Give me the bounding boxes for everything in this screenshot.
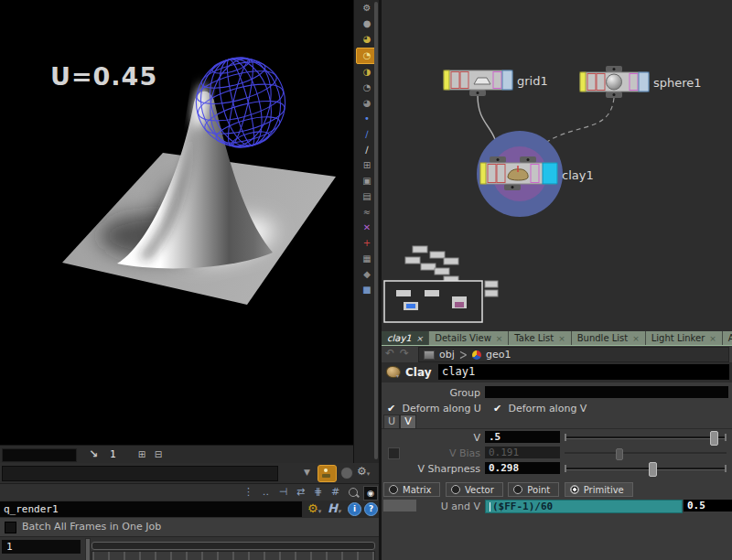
geometry-node-icon xyxy=(472,350,481,360)
frame-slider[interactable] xyxy=(92,542,375,550)
settings-button[interactable]: ⚙▾ xyxy=(357,465,374,480)
group-field[interactable] xyxy=(485,386,728,398)
breadcrumb-root[interactable]: obj xyxy=(439,349,455,361)
tab-close-icon[interactable]: × xyxy=(558,334,565,343)
splitter-handle[interactable] xyxy=(85,538,91,560)
frame-ticks[interactable] xyxy=(92,551,375,560)
tab-close-icon[interactable]: × xyxy=(709,334,716,343)
pane-tab-bundle-list[interactable]: Bundle List× xyxy=(572,331,645,345)
v-slider[interactable] xyxy=(565,431,727,444)
start-frame-field[interactable]: 1 xyxy=(2,540,81,554)
v-bias-field[interactable]: 0.191 xyxy=(485,447,560,458)
sync-icon[interactable]: ⇄ xyxy=(292,484,309,501)
parameter-pane: Group ✔ Deform along U ✔ Deform along V … xyxy=(382,382,732,560)
tab-v[interactable]: V xyxy=(400,415,416,428)
nav-back-icon[interactable]: ↶ xyxy=(385,347,400,360)
radio-point[interactable]: Point xyxy=(508,482,559,497)
statusbar-icons: ⊞⊟ xyxy=(134,448,167,460)
v-sharpness-slider[interactable] xyxy=(565,462,727,475)
tab-close-icon[interactable]: × xyxy=(496,334,503,343)
deform-u-label: Deform along U xyxy=(403,403,481,415)
group-select-icon[interactable]: ⊞ xyxy=(134,449,150,459)
pane-tab-light-linker[interactable]: Light Linker× xyxy=(646,331,722,345)
u-and-v-expression-field[interactable]: ($FF-1)/60 xyxy=(485,500,683,513)
globe-button[interactable] xyxy=(338,465,355,480)
v-row: V .5 xyxy=(382,430,732,445)
breadcrumb-separator: > xyxy=(459,346,468,364)
toolbar-scrollbar[interactable] xyxy=(374,2,378,459)
v-sharpness-slider-handle[interactable] xyxy=(649,462,657,477)
houdini-menu-icon[interactable]: H▾ xyxy=(328,501,340,515)
minimap-view-rect[interactable] xyxy=(384,281,482,322)
prompt-dropdown-icon[interactable]: ▼ xyxy=(304,468,310,477)
breadcrumb[interactable]: obj > geo1 xyxy=(418,347,729,362)
link-dots-icon[interactable]: ‥ xyxy=(257,484,274,501)
u-and-v-row: U and V ($FF-1)/60 0.5 xyxy=(382,499,732,513)
clay-node-icon[interactable] xyxy=(386,366,401,378)
node-clay1[interactable]: clay1 xyxy=(477,131,594,217)
info-icon[interactable]: i xyxy=(348,502,361,516)
node-type-label: Clay xyxy=(405,366,431,379)
search-icon[interactable] xyxy=(349,488,358,497)
deform-v-checkbox[interactable]: ✔ xyxy=(493,403,505,415)
v-field[interactable]: .5 xyxy=(485,431,560,443)
display-flag[interactable] xyxy=(543,163,557,184)
selection-field[interactable] xyxy=(2,448,77,462)
pane-tab-asset-bro[interactable]: Asset Bro× xyxy=(723,331,732,345)
radio-matrix[interactable]: Matrix xyxy=(383,482,440,497)
prompt-field[interactable] xyxy=(2,466,278,481)
obj-context-icon xyxy=(424,350,435,360)
node-grid1[interactable]: grid1 xyxy=(444,70,548,96)
v-bias-slider-handle[interactable] xyxy=(616,448,623,460)
radio-primitive[interactable]: Primitive xyxy=(565,482,633,497)
u-and-v-value-field[interactable]: 0.5 xyxy=(684,500,732,512)
nav-forward-icon[interactable]: ↷ xyxy=(400,347,414,360)
character-tool-button[interactable] xyxy=(318,465,337,482)
v-slider-handle[interactable] xyxy=(710,431,718,446)
batch-checkbox[interactable] xyxy=(5,522,16,533)
deform-toggles-row: ✔ Deform along U ✔ Deform along V xyxy=(382,401,732,415)
deform-v-label: Deform along V xyxy=(509,403,587,415)
render-settings-gear-icon[interactable]: ⚙▾ xyxy=(307,501,321,515)
pane-tab-bar: clay1×Details View×Take List×Bundle List… xyxy=(382,331,732,346)
breadcrumb-node[interactable]: geo1 xyxy=(486,349,511,361)
globe-icon xyxy=(340,467,353,479)
v-label: V xyxy=(382,432,480,444)
tab-close-icon[interactable]: × xyxy=(416,334,424,343)
network-editor[interactable]: grid1 sphere1 xyxy=(382,0,732,331)
help-icon[interactable]: ? xyxy=(364,502,378,516)
select-settings-icon[interactable]: ⊟ xyxy=(150,449,167,459)
deform-u-checkbox[interactable]: ✔ xyxy=(387,403,399,415)
render-node-name-field[interactable]: q_render1 xyxy=(0,501,302,517)
grid-icon[interactable]: # xyxy=(327,484,344,501)
link-vertical-icon[interactable]: ⋮ xyxy=(240,484,257,501)
tab-u[interactable]: U xyxy=(383,415,400,428)
pane-tab-details-view[interactable]: Details View× xyxy=(429,331,508,345)
tab-close-icon[interactable]: × xyxy=(632,334,640,343)
v-sharpness-field[interactable]: 0.298 xyxy=(485,462,560,474)
node-label-grid1: grid1 xyxy=(517,74,548,88)
uv-tab-row: U V xyxy=(382,415,732,429)
pane-tab-label: Light Linker xyxy=(651,333,705,343)
render-node-bar: q_render1 ⚙▾ H▾ i ? xyxy=(0,501,380,518)
3d-viewport[interactable]: U=0.45 xyxy=(0,0,353,445)
network-minimap[interactable] xyxy=(384,246,498,322)
parameter-header: Clay clay1 xyxy=(382,362,732,383)
radio-vector[interactable]: Vector xyxy=(446,482,503,497)
pin-icon[interactable]: ⊣ xyxy=(274,484,292,501)
v-sharpness-row: V Sharpness 0.298 xyxy=(382,461,732,476)
v-bias-slider[interactable] xyxy=(565,447,727,459)
selection-count[interactable]: 1 xyxy=(110,448,116,460)
view-snapshot-icon[interactable]: ◉ xyxy=(363,486,378,501)
node-name-field[interactable]: clay1 xyxy=(438,364,729,380)
mode-radio-row: Matrix Vector Point Primitive xyxy=(383,482,732,497)
resize-corner-icon: ↘ xyxy=(89,447,98,460)
pane-tab-label: Bundle List xyxy=(577,333,628,343)
grid-snap-icon[interactable]: ⋕ xyxy=(309,484,327,501)
pane-tab-take-list[interactable]: Take List× xyxy=(509,331,570,345)
pane-tab-clay1[interactable]: clay1× xyxy=(382,331,428,345)
node-sphere1[interactable]: sphere1 xyxy=(580,66,702,98)
pane-tab-label: clay1 xyxy=(387,333,412,343)
viewport-statusbar: ↘ 1 ⊞⊟ xyxy=(0,445,353,464)
v-bias-label: V Bias xyxy=(382,447,480,459)
